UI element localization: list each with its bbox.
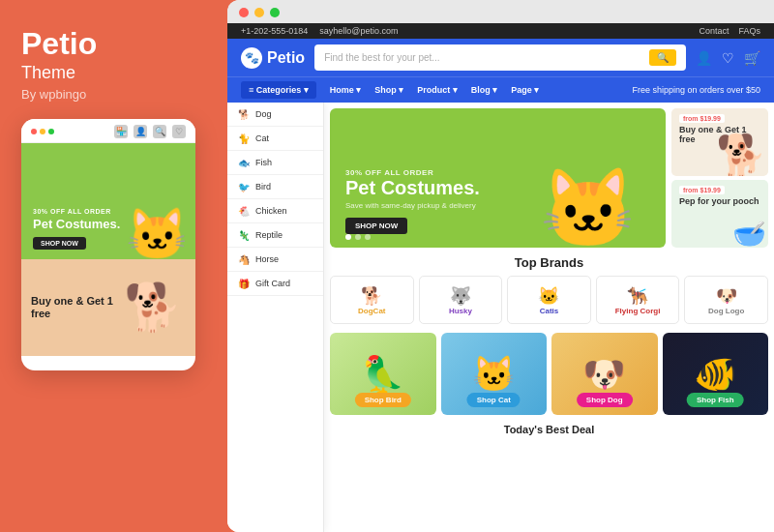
dog-icon: 🐕 [237,107,251,121]
mobile-chrome-bar: 🏪 👤 🔍 ♡ [21,119,195,143]
dot-1[interactable] [345,234,351,240]
hero-main-banner: 30% OFF ALL ORDER Pet Costumes. Save wit… [330,108,666,248]
sidebar-item-fish[interactable]: 🐟 Fish [227,151,323,175]
wishlist-icon[interactable]: ♡ [722,50,734,66]
hero-side-card-bottom: from $19.99 Pep for your pooch 🥣 [671,180,768,248]
brand-card-dogcat[interactable]: 🐕 DogCat [330,276,414,324]
chicken-icon: 🐔 [237,204,251,218]
brand-subtitle: Theme [21,63,206,83]
logo-icon: 🐾 [241,47,262,69]
mobile-dots [31,129,54,134]
fish-icon: 🐟 [237,156,251,169]
sidebar-label-cat: Cat [255,133,269,143]
search-bar: Find the best for your pet... 🔍 [314,44,686,71]
shop-card-bird[interactable]: 🦜 Shop Bird [330,333,436,415]
sidebar-label-giftcard: Gift Card [255,279,290,288]
mobile-store-icon: 🏪 [114,125,128,138]
sidebar-item-dog[interactable]: 🐕 Dog [227,103,323,127]
side-card-top-badge: from $19.99 [679,114,725,123]
horse-icon: 🐴 [237,252,251,266]
shop-card-dog[interactable]: 🐶 Shop Dog [551,333,658,415]
sidebar-item-chicken[interactable]: 🐔 Chicken [227,199,323,223]
categories-button[interactable]: ≡ Categories ▾ [241,81,316,99]
hero-cat-emoji: 🐱 [540,170,637,248]
bird-icon: 🐦 [237,180,251,193]
shop-fish-button[interactable]: Shop Fish [687,393,744,407]
nav-home[interactable]: Home ▾ [330,85,362,95]
giftcard-icon: 🎁 [237,277,251,290]
mobile-hero-cta[interactable]: SHOP NOW [33,237,86,250]
nav-left: ≡ Categories ▾ Home ▾ Shop ▾ Product ▾ B… [241,81,539,99]
nav-product[interactable]: Product ▾ [417,85,458,95]
sidebar-label-fish: Fish [255,158,272,167]
mobile-search-icon: 🔍 [153,125,166,138]
brand-card-catis[interactable]: 🐱 Catis [507,276,591,324]
browser-dot-red[interactable] [239,8,249,17]
mobile-heart-icon: ♡ [172,125,186,138]
hero-row: 30% OFF ALL ORDER Pet Costumes. Save wit… [324,103,774,248]
hero-side-cards: from $19.99 Buy one & Get 1 free 🐕 from … [671,108,768,248]
site-logo[interactable]: 🐾 Petio [241,47,305,69]
dot-3[interactable] [365,234,371,240]
dot-2[interactable] [355,234,361,240]
site-header: 🐾 Petio Find the best for your pet... 🔍 … [227,39,774,76]
shop-bird-button[interactable]: Shop Bird [355,393,411,407]
site-nav: ≡ Categories ▾ Home ▾ Shop ▾ Product ▾ B… [227,76,774,103]
left-panel: Petio Theme By wpbingo 🏪 👤 🔍 ♡ 30% OFF A… [0,0,227,532]
brand-card-husky[interactable]: 🐺 Husky [419,276,503,324]
site-topbar: +1-202-555-0184 sayhello@petio.com Conta… [227,23,774,39]
shop-card-cat[interactable]: 🐱 Shop Cat [441,333,548,415]
browser-dot-yellow[interactable] [254,8,264,17]
sidebar-label-reptile: Reptile [255,230,283,240]
shop-dog-button[interactable]: Shop Dog [577,393,633,407]
nav-shop[interactable]: Shop ▾ [374,85,403,95]
brand-card-doglogo[interactable]: 🐶 Dog Logo [684,276,768,324]
hero-cta-button[interactable]: SHOP NOW [345,218,407,234]
mobile-user-icon: 👤 [134,125,147,138]
topbar-left: +1-202-555-0184 sayhello@petio.com [241,26,399,36]
mobile-dot-yellow [40,129,45,134]
reptile-icon: 🦎 [237,228,251,242]
header-icons: 👤 ♡ 🛒 [696,50,760,66]
nav-blog[interactable]: Blog ▾ [471,85,498,95]
mobile-hero-section: 30% OFF ALL ORDER Pet Costumes. SHOP NOW… [21,143,195,259]
brand-card-corgi[interactable]: 🐕‍🦺 Flying Corgi [596,276,680,324]
search-button[interactable]: 🔍 [649,49,676,66]
sidebar-item-cat[interactable]: 🐈 Cat [227,127,323,151]
nav-promo: Free shipping on orders over $50 [632,85,760,95]
brand-logo-husky: 🐺 Husky [449,285,472,315]
brand-logo-dogcat: 🐕 DogCat [358,285,385,315]
shop-cards-row: 🦜 Shop Bird 🐱 Shop Cat 🐶 Shop Dog 🐠 Shop… [324,328,774,420]
cat-icon: 🐈 [237,132,251,145]
contact-link[interactable]: Contact [699,26,729,36]
sidebar-item-giftcard[interactable]: 🎁 Gift Card [227,272,323,296]
mobile-bottom-section: Buy one & Get 1 free 🐕 [21,259,195,356]
user-icon[interactable]: 👤 [696,50,712,66]
sidebar-item-horse[interactable]: 🐴 Horse [227,248,323,272]
brands-section: Top Brands 🐕 DogCat 🐺 Husky [324,248,774,328]
shop-card-fish[interactable]: 🐠 Shop Fish [663,333,769,415]
search-placeholder-text[interactable]: Find the best for your pet... [324,52,643,63]
cart-icon[interactable]: 🛒 [744,50,760,66]
mobile-cat-emoji: 🐱 [126,209,189,259]
sidebar-item-reptile[interactable]: 🦎 Reptile [227,223,323,248]
browser-dot-green[interactable] [270,8,280,17]
categories-label: ≡ Categories ▾ [249,85,309,95]
side-food-emoji: 🥣 [732,221,766,248]
brands-row: 🐕 DogCat 🐺 Husky 🐱 [330,276,768,324]
hero-side-card-top: from $19.99 Buy one & Get 1 free 🐕 [671,108,768,176]
mobile-dot-green [48,129,54,134]
nav-page[interactable]: Page ▾ [511,85,539,95]
hero-carousel-dots [345,234,371,240]
brand-name: Petio [21,27,206,61]
brand-byline: By wpbingo [21,87,206,102]
shop-cat-button[interactable]: Shop Cat [467,393,521,407]
sidebar-label-dog: Dog [255,109,272,119]
main-content: 🐕 Dog 🐈 Cat 🐟 Fish 🐦 Bird 🐔 Chick [227,103,774,532]
phone-number: +1-202-555-0184 [241,26,308,36]
faqs-link[interactable]: FAQs [738,26,760,36]
brand-logo-corgi: 🐕‍🦺 Flying Corgi [615,285,661,315]
mobile-dot-red [31,129,37,134]
sidebar-item-bird[interactable]: 🐦 Bird [227,175,323,199]
mobile-mockup: 🏪 👤 🔍 ♡ 30% OFF ALL ORDER Pet Costumes. … [21,119,195,370]
